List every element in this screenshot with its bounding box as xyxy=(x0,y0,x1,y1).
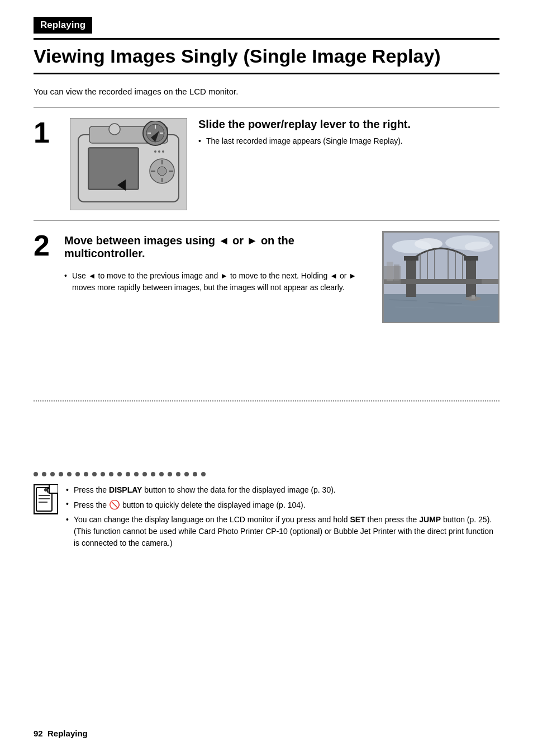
step-2-header: 2 Move between images using ◄ or ► on th… xyxy=(34,231,371,264)
svg-point-20 xyxy=(158,150,160,153)
step-2-bullet-1: Use ◄ to move to the previous image and … xyxy=(64,270,371,294)
step-1-image xyxy=(70,118,187,210)
page: Replaying Viewing Images Singly (Single … xyxy=(0,0,533,574)
page-title: Viewing Images Singly (Single Image Repl… xyxy=(34,38,499,74)
note-2: Press the 🚫 button to quickly delete the… xyxy=(66,498,499,512)
step-2-bullets: Use ◄ to move to the previous image and … xyxy=(64,270,371,294)
svg-rect-27 xyxy=(384,294,498,322)
svg-point-19 xyxy=(154,150,156,153)
note-3: You can change the display language on t… xyxy=(66,514,499,549)
bridge-svg xyxy=(384,233,498,322)
footer: 92 Replaying xyxy=(34,729,88,738)
step-1-section: 1 xyxy=(34,108,499,221)
step-1-number: 1 xyxy=(34,118,59,147)
notes-icon xyxy=(34,484,58,514)
camera-svg xyxy=(73,121,184,207)
svg-point-55 xyxy=(44,488,47,492)
svg-point-21 xyxy=(162,150,164,153)
svg-rect-11 xyxy=(89,149,137,188)
trash-icon-inline: 🚫 xyxy=(109,500,120,509)
svg-point-13 xyxy=(158,167,166,176)
page-number: 92 xyxy=(34,729,43,738)
step-1-title: Slide the power/replay lever to the righ… xyxy=(198,118,499,131)
svg-point-9 xyxy=(109,124,120,135)
step-2-image xyxy=(382,231,499,323)
set-keyword: SET xyxy=(350,515,365,524)
step-1-content: Slide the power/replay lever to the righ… xyxy=(198,118,499,149)
dots-separator xyxy=(34,472,499,476)
svg-rect-34 xyxy=(466,258,476,297)
svg-rect-32 xyxy=(406,258,416,297)
svg-point-26 xyxy=(465,242,493,252)
step-2-section: 2 Move between images using ◄ or ► on th… xyxy=(34,221,499,333)
step-2-number: 2 xyxy=(34,231,59,260)
step-2-left: 2 Move between images using ◄ or ► on th… xyxy=(34,231,371,296)
svg-rect-46 xyxy=(472,295,475,299)
footer-section: Replaying xyxy=(47,729,88,738)
step-1-bullets: The last recorded image appears (Single … xyxy=(198,135,499,147)
note-1: Press the DISPLAY button to show the dat… xyxy=(66,484,499,496)
document-icon xyxy=(35,486,56,512)
svg-marker-51 xyxy=(47,488,52,492)
intro-text: You can view the recorded images on the … xyxy=(34,87,499,96)
display-keyword: DISPLAY xyxy=(109,485,142,494)
step-1-bullet-1: The last recorded image appears (Single … xyxy=(198,135,499,147)
notes-wrapper: Press the DISPLAY button to show the dat… xyxy=(34,472,499,551)
svg-rect-50 xyxy=(36,488,52,511)
svg-rect-42 xyxy=(401,279,482,284)
svg-rect-44 xyxy=(482,279,498,284)
svg-rect-49 xyxy=(394,264,399,281)
notes-section xyxy=(34,400,499,410)
notes-content: Press the DISPLAY button to show the dat… xyxy=(66,484,499,551)
jump-keyword: JUMP xyxy=(419,515,441,524)
section-badge: Replaying xyxy=(34,17,92,34)
svg-rect-48 xyxy=(387,262,393,281)
step-2-title: Move between images using ◄ or ► on the … xyxy=(64,234,371,260)
